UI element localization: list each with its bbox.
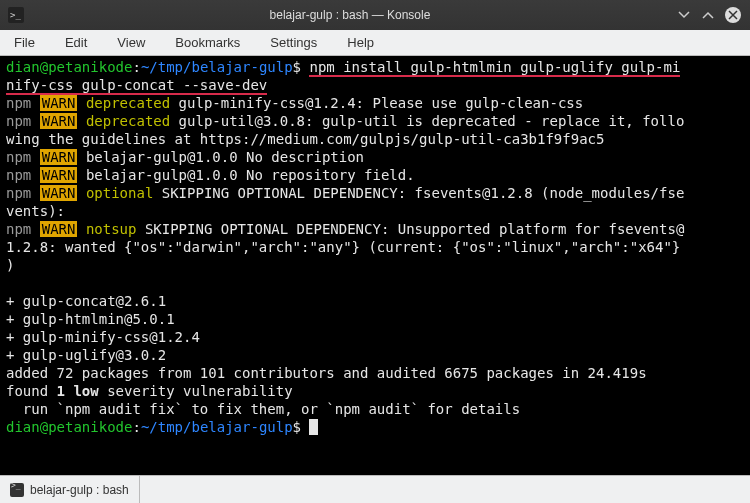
package-line: + gulp-minify-css@1.2.4 [6,329,200,345]
tab-label: belajar-gulp : bash [30,483,129,497]
prompt-path: ~/tmp/belajar-gulp [141,59,293,75]
terminal-icon [10,483,24,497]
command-part-b: nify-css gulp-concat --save-dev [6,77,267,95]
window-title: belajar-gulp : bash — Konsole [24,8,676,22]
svg-text:>_: >_ [10,10,21,20]
warn-badge: WARN [40,95,78,111]
menu-file[interactable]: File [8,32,41,53]
command-part-a: npm install gulp-htmlmin gulp-uglify gul… [309,59,680,77]
menu-settings[interactable]: Settings [264,32,323,53]
prompt-end: $ [293,59,301,75]
menu-edit[interactable]: Edit [59,32,93,53]
menu-view[interactable]: View [111,32,151,53]
tab-terminal[interactable]: belajar-gulp : bash [0,476,140,503]
output-line: gulp-minify-css@1.2.4: Please use gulp-c… [170,95,583,111]
menu-help[interactable]: Help [341,32,380,53]
maximize-button[interactable] [700,7,716,23]
titlebar-icon: >_ [8,7,24,23]
tabbar: belajar-gulp : bash [0,475,750,503]
terminal[interactable]: dian@petanikode:~/tmp/belajar-gulp$ npm … [0,56,750,475]
menubar: File Edit View Bookmarks Settings Help [0,30,750,56]
audit-line: run `npm audit fix` to fix them, or `npm… [6,401,520,417]
package-line: + gulp-concat@2.6.1 [6,293,166,309]
notsup-label: notsup [86,221,137,237]
minimize-button[interactable] [676,7,692,23]
package-line: + gulp-uglify@3.0.2 [6,347,166,363]
close-button[interactable] [724,6,742,24]
optional-label: optional [86,185,153,201]
npm-prefix: npm [6,95,31,111]
prompt-user: dian@petanikode [6,59,132,75]
titlebar: >_ belajar-gulp : bash — Konsole [0,0,750,30]
deprecated-label: deprecated [86,95,170,111]
menu-bookmarks[interactable]: Bookmarks [169,32,246,53]
prompt-colon: : [132,59,140,75]
added-line: added 72 packages from 101 contributors … [6,365,647,381]
package-line: + gulp-htmlmin@5.0.1 [6,311,175,327]
cursor [309,419,318,435]
